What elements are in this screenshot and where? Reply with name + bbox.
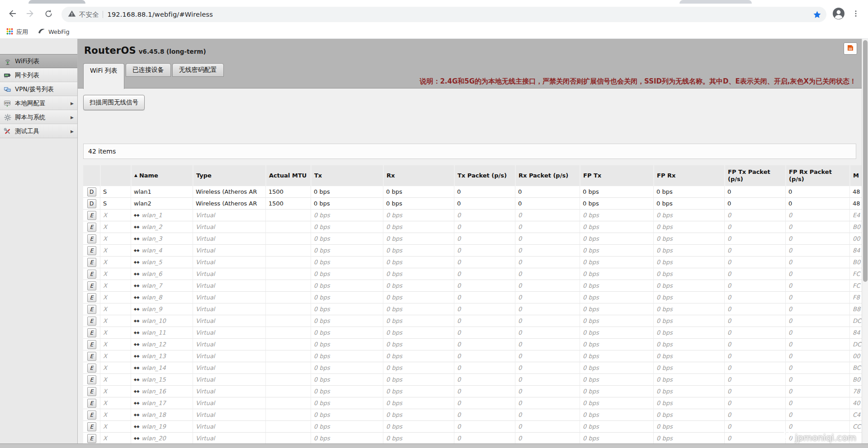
disable-button[interactable]: D [87, 199, 96, 208]
interface-name[interactable]: wlan_8 [142, 294, 162, 301]
table-row[interactable]: EX◆◆wlan_10Virtual0 bps0 bps000 bps0 bps… [83, 315, 862, 327]
enable-button[interactable]: E [87, 270, 96, 279]
name-cell[interactable]: ◆◆wlan_6 [131, 268, 193, 280]
column-header[interactable] [83, 165, 100, 186]
table-row[interactable]: EX◆◆wlan_3Virtual0 bps0 bps000 bps0 bps0… [83, 233, 862, 245]
interface-name[interactable]: wlan_11 [142, 329, 166, 336]
interface-name[interactable]: wlan_2 [142, 224, 162, 230]
column-header-m[interactable]: M [849, 165, 862, 186]
table-row[interactable]: EX◆◆wlan_11Virtual0 bps0 bps000 bps0 bps… [83, 327, 862, 339]
name-cell[interactable]: ◆◆wlan_15 [131, 374, 193, 386]
name-cell[interactable]: ◆◆wlan_10 [131, 315, 193, 327]
column-header-type[interactable]: Type [193, 165, 265, 186]
tab-wireless-password[interactable]: 无线密码配置 [172, 63, 224, 77]
sidebar-item-scripts-system[interactable]: 脚本与系统▶ [0, 110, 77, 124]
sidebar-item-test-tools[interactable]: 测试工具▶ [0, 124, 77, 138]
bookmark-webfig[interactable]: WebFig [38, 28, 70, 36]
name-cell[interactable]: ◆◆wlan_14 [131, 362, 193, 374]
interface-name[interactable]: wlan_16 [142, 388, 166, 395]
name-cell[interactable]: ◆◆wlan_3 [131, 233, 193, 245]
enable-button[interactable]: E [87, 375, 96, 384]
name-cell[interactable]: ◆◆wlan_9 [131, 303, 193, 315]
enable-button[interactable]: E [87, 364, 96, 373]
name-cell[interactable]: ◆◆wlan_4 [131, 245, 193, 257]
column-header-actual-mtu[interactable]: Actual MTU [265, 165, 311, 186]
table-row[interactable]: EX◆◆wlan_14Virtual0 bps0 bps000 bps0 bps… [83, 362, 862, 374]
back-button[interactable] [5, 7, 20, 22]
browser-tab-sliver[interactable] [28, 0, 85, 4]
header-action-button[interactable] [844, 42, 857, 55]
table-row[interactable]: EX◆◆wlan_19Virtual0 bps0 bps000 bps0 bps… [83, 421, 862, 433]
table-row[interactable]: EX◆◆wlan_5Virtual0 bps0 bps000 bps0 bps0… [83, 257, 862, 268]
interface-name[interactable]: wlan_3 [142, 235, 162, 242]
interface-name[interactable]: wlan_19 [142, 423, 166, 430]
column-header-fp-tx-packet-p-s-[interactable]: FP Tx Packet (p/s) [724, 165, 785, 186]
column-header-fp-rx-packet-p-s-[interactable]: FP Rx Packet (p/s) [785, 165, 849, 186]
interface-name[interactable]: wlan_20 [142, 435, 166, 442]
enable-button[interactable]: E [87, 305, 96, 314]
table-row[interactable]: EX◆◆wlan_16Virtual0 bps0 bps000 bps0 bps… [83, 386, 862, 397]
column-header-fp-rx[interactable]: FP Rx [653, 165, 724, 186]
interface-name[interactable]: wlan_14 [142, 364, 166, 371]
table-row[interactable]: EX◆◆wlan_4Virtual0 bps0 bps000 bps0 bps0… [83, 245, 862, 257]
name-cell[interactable]: wlan1 [131, 186, 193, 198]
column-header-tx[interactable]: Tx [311, 165, 383, 186]
enable-button[interactable]: E [87, 422, 96, 431]
tab-wifi-list[interactable]: WiFi 列表 [83, 63, 124, 89]
interface-name[interactable]: wlan_7 [142, 282, 162, 289]
interface-name[interactable]: wlan1 [134, 188, 151, 195]
name-cell[interactable]: ◆◆wlan_13 [131, 350, 193, 362]
address-bar[interactable]: 不安全 192.168.88.1/webfig/#Wireless [61, 7, 826, 22]
table-row[interactable]: EX◆◆wlan_8Virtual0 bps0 bps000 bps0 bps0… [83, 292, 862, 303]
table-row[interactable]: EX◆◆wlan_7Virtual0 bps0 bps000 bps0 bps0… [83, 280, 862, 292]
disable-button[interactable]: D [87, 187, 96, 196]
bookmark-apps[interactable]: 应用 [6, 28, 28, 36]
interface-name[interactable]: wlan_4 [142, 247, 162, 254]
interface-name[interactable]: wlan_6 [142, 271, 162, 277]
table-row[interactable]: EX◆◆wlan_6Virtual0 bps0 bps000 bps0 bps0… [83, 268, 862, 280]
reload-button[interactable] [41, 7, 56, 22]
vertical-scrollbar[interactable] [862, 39, 868, 448]
name-cell[interactable]: ◆◆wlan_19 [131, 421, 193, 433]
table-row[interactable]: EX◆◆wlan_15Virtual0 bps0 bps000 bps0 bps… [83, 374, 862, 386]
security-label[interactable]: 不安全 [79, 10, 99, 19]
table-row[interactable]: EX◆◆wlan_2Virtual0 bps0 bps000 bps0 bps0… [83, 221, 862, 233]
column-header-tx-packet-p-s-[interactable]: Tx Packet (p/s) [454, 165, 515, 186]
interface-name[interactable]: wlan_12 [142, 341, 166, 348]
enable-button[interactable]: E [87, 340, 96, 349]
interface-name[interactable]: wlan2 [134, 200, 151, 207]
column-header[interactable] [100, 165, 131, 186]
name-cell[interactable]: ◆◆wlan_2 [131, 221, 193, 233]
name-cell[interactable]: ◆◆wlan_11 [131, 327, 193, 339]
scrollbar-thumb[interactable] [863, 40, 868, 282]
interface-name[interactable]: wlan_5 [142, 259, 162, 266]
enable-button[interactable]: E [87, 411, 96, 420]
column-header-name[interactable]: ▲Name [131, 165, 193, 186]
sidebar-item-nic-list[interactable]: 网卡列表 [0, 68, 77, 82]
interface-name[interactable]: wlan_9 [142, 306, 162, 313]
name-cell[interactable]: ◆◆wlan_8 [131, 292, 193, 303]
profile-avatar[interactable] [832, 8, 845, 21]
enable-button[interactable]: E [87, 434, 96, 443]
table-row[interactable]: EX◆◆wlan_17Virtual0 bps0 bps000 bps0 bps… [83, 397, 862, 409]
interface-name[interactable]: wlan_10 [142, 317, 166, 324]
enable-button[interactable]: E [87, 352, 96, 361]
enable-button[interactable]: E [87, 258, 96, 267]
column-header-rx[interactable]: Rx [383, 165, 454, 186]
name-cell[interactable]: ◆◆wlan_17 [131, 397, 193, 409]
name-cell[interactable]: ◆◆wlan_7 [131, 280, 193, 292]
enable-button[interactable]: E [87, 399, 96, 408]
enable-button[interactable]: E [87, 317, 96, 326]
enable-button[interactable]: E [87, 234, 96, 243]
column-header-fp-tx[interactable]: FP Tx [580, 165, 653, 186]
name-cell[interactable]: ◆◆wlan_1 [131, 210, 193, 221]
enable-button[interactable]: E [87, 281, 96, 290]
tab-connected-devices[interactable]: 已连接设备 [126, 63, 171, 77]
sidebar-item-wifi-list[interactable]: WiFi列表 [0, 54, 77, 68]
interface-name[interactable]: wlan_1 [142, 212, 162, 219]
enable-button[interactable]: E [87, 223, 96, 232]
enable-button[interactable]: E [87, 387, 96, 396]
enable-button[interactable]: E [87, 328, 96, 337]
scan-wireless-button[interactable]: 扫描周围无线信号 [83, 95, 145, 110]
name-cell[interactable]: wlan2 [131, 198, 193, 210]
